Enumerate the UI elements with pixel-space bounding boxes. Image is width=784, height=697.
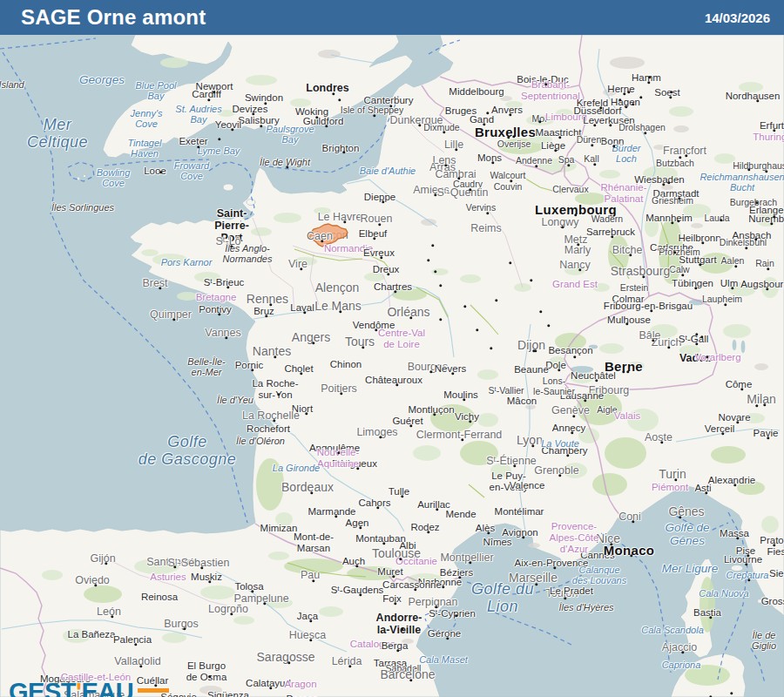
logo-gest: GEST [9,678,76,697]
elba-island [731,565,743,572]
date-label: 14/03/2026 [705,10,784,25]
logo-dash-icon [138,688,169,693]
title-bar: SAGE Orne amont 14/03/2026 [0,0,784,35]
app-window: SAGE Orne amont 14/03/2026 [0,0,784,697]
gesteau-logo[interactable]: GEST'EAU La communauté des acteurs de ge… [9,680,255,697]
hyeres-isle [580,577,584,580]
page-title: SAGE Orne amont [0,5,206,30]
guernsey-island [223,184,233,191]
giglio-island [758,599,762,604]
scilly-isle [77,177,80,180]
map-canvas[interactable]: Alençon t IslandGeorgesMer CeltiqueBlue … [0,35,784,697]
hyeres-isle [587,579,591,582]
scilly-isle [83,174,85,177]
logo-eau: EAU [81,678,133,697]
map-svg: Alençon [0,35,784,697]
hyeres-isle [594,577,598,580]
gesteau-logo-text: GEST'EAU [9,680,255,697]
